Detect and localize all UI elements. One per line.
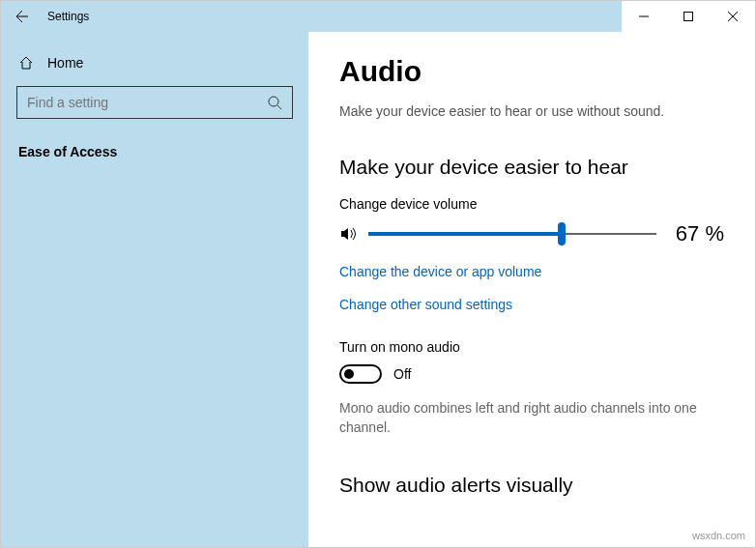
watermark: wsxdn.com bbox=[692, 530, 745, 541]
svg-line-5 bbox=[277, 105, 281, 109]
search-icon bbox=[267, 95, 282, 110]
section-visual-alerts-title: Show audio alerts visually bbox=[339, 474, 724, 497]
svg-point-4 bbox=[269, 97, 278, 106]
mono-audio-description: Mono audio combines left and right audio… bbox=[339, 399, 707, 437]
home-label: Home bbox=[47, 55, 83, 71]
mono-audio-state: Off bbox=[393, 366, 411, 382]
volume-percent: 67 % bbox=[666, 221, 724, 246]
home-nav[interactable]: Home bbox=[16, 47, 293, 86]
mono-audio-toggle[interactable] bbox=[339, 364, 382, 384]
back-button[interactable] bbox=[1, 1, 44, 32]
search-input[interactable] bbox=[27, 95, 267, 110]
minimize-button[interactable] bbox=[622, 1, 666, 32]
volume-slider[interactable] bbox=[368, 222, 656, 245]
link-device-volume[interactable]: Change the device or app volume bbox=[339, 264, 724, 279]
page-subtitle: Make your device easier to hear or use w… bbox=[339, 103, 724, 119]
volume-label: Change device volume bbox=[339, 196, 724, 212]
sidebar: Home Ease of Access bbox=[1, 32, 308, 547]
maximize-button[interactable] bbox=[666, 1, 711, 32]
search-box[interactable] bbox=[16, 86, 293, 119]
minimize-icon bbox=[639, 12, 649, 21]
slider-thumb[interactable] bbox=[558, 222, 566, 245]
home-icon bbox=[18, 55, 34, 71]
back-arrow-icon bbox=[15, 9, 30, 24]
section-hear-title: Make your device easier to hear bbox=[339, 156, 724, 179]
mono-audio-label: Turn on mono audio bbox=[339, 339, 724, 355]
svg-rect-1 bbox=[684, 13, 693, 21]
toggle-knob bbox=[344, 369, 354, 379]
speaker-icon bbox=[339, 224, 359, 244]
main-content: Audio Make your device easier to hear or… bbox=[308, 32, 755, 547]
maximize-icon bbox=[683, 12, 693, 21]
sidebar-category: Ease of Access bbox=[16, 144, 293, 159]
window-title: Settings bbox=[44, 10, 89, 23]
page-title: Audio bbox=[339, 55, 724, 88]
close-button[interactable] bbox=[711, 1, 755, 32]
close-icon bbox=[728, 12, 738, 21]
link-sound-settings[interactable]: Change other sound settings bbox=[339, 297, 724, 312]
